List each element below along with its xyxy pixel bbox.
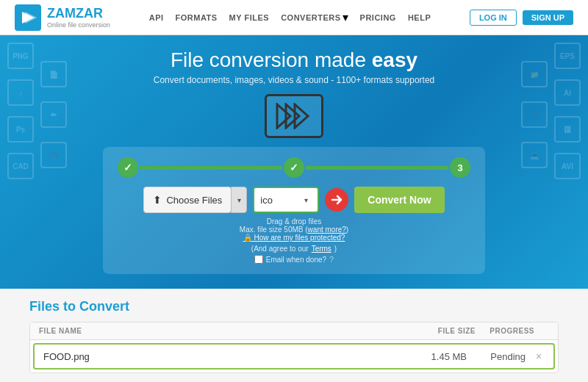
nav-converters[interactable]: CONVERTERS ▾	[281, 10, 348, 24]
format-dropdown-icon[interactable]: ▾	[304, 196, 308, 204]
file-protection-link[interactable]: 🔒 How are my files protected?	[243, 234, 345, 242]
hero-title-emphasis: easy	[372, 48, 417, 71]
terms-prefix: (And agree to our	[251, 245, 309, 253]
logo-text: ZAMZAR Online file conversion	[47, 6, 110, 29]
max-file-text: Max. file size 50MB (	[240, 226, 308, 234]
step-2-circle	[284, 157, 304, 178]
hero-title-plain: File conversion made	[171, 48, 372, 71]
svg-marker-4	[295, 104, 308, 128]
login-button[interactable]: LOG IN	[470, 10, 517, 26]
nav-converters-link[interactable]: CONVERTERS	[281, 13, 340, 22]
hero-video-area	[15, 94, 573, 138]
file-progress-cell: Pending	[467, 351, 526, 362]
email-checkbox[interactable]	[254, 255, 263, 264]
hero-content: File conversion made easy Convert docume…	[15, 48, 573, 274]
auth-buttons: LOG IN SIGN UP	[470, 10, 573, 26]
col-progress-header: PROGRESS	[476, 327, 534, 335]
choose-files-button[interactable]: ⬆ Choose Files	[143, 187, 232, 213]
steps-bar: 3	[118, 157, 470, 178]
files-title-emphasis: Convert	[79, 299, 129, 314]
email-when-done-label: Email when done?	[266, 256, 326, 264]
format-select-wrap: ▾	[253, 187, 319, 213]
hero-section: PNG ♪ Ps CAD 📄 ✏ 🎮 EPS Ai 🖼 AVI 📁 🎵 💻 Fi…	[0, 35, 588, 289]
nav-formats[interactable]: FORMATS	[176, 13, 218, 22]
terms-suffix: )	[334, 245, 337, 253]
choose-files-label: Choose Files	[166, 195, 222, 206]
remove-file-button[interactable]: ×	[533, 350, 545, 362]
file-name-cell: FOOD.png	[43, 351, 408, 362]
step-3-num: 3	[457, 162, 462, 173]
terms-link[interactable]: Terms	[312, 245, 331, 253]
want-more-link[interactable]: want more?	[308, 226, 346, 234]
helper-text-area: Drag & drop files Max. file size 50MB (w…	[118, 217, 470, 242]
step-1-circle	[118, 157, 138, 178]
files-title-plain: Files to	[29, 299, 79, 314]
controls-row: ⬆ Choose Files ▾ ▾ Convert Now	[118, 187, 470, 213]
logo-sub: Online file conversion	[47, 21, 110, 29]
nav-pricing[interactable]: PRICING	[360, 13, 396, 22]
files-section: Files to Convert FILE NAME FILE SIZE PRO…	[0, 289, 588, 382]
header: ZAMZAR Online file conversion API FORMAT…	[0, 0, 588, 35]
nav-api[interactable]: API	[149, 13, 164, 22]
files-table-header: FILE NAME FILE SIZE PROGRESS	[30, 322, 558, 340]
video-play-icon[interactable]	[265, 94, 323, 138]
logo-icon	[15, 4, 41, 31]
step-2-3-line	[306, 166, 448, 170]
choose-files-dropdown[interactable]: ▾	[231, 187, 247, 213]
convert-now-button[interactable]: Convert Now	[354, 187, 444, 213]
main-nav: API FORMATS MY FILES CONVERTERS ▾ PRICIN…	[149, 10, 431, 24]
hero-subtitle: Convert documents, images, videos & soun…	[15, 75, 573, 85]
email-row: Email when done? ?	[118, 255, 470, 264]
steps-container: 3 ⬆ Choose Files ▾ ▾	[103, 147, 485, 274]
drag-drop-text: Drag & drop files Max. file size 50MB (w…	[118, 217, 470, 234]
logo-title: ZAMZAR	[47, 6, 110, 21]
nav-myfiles[interactable]: MY FILES	[229, 13, 270, 22]
logo-area: ZAMZAR Online file conversion	[15, 4, 110, 31]
col-filesize-header: FILE SIZE	[417, 327, 476, 335]
arrow-button	[325, 188, 348, 212]
table-row: FOOD.png 1.45 MB Pending ×	[33, 343, 555, 370]
upload-icon: ⬆	[153, 194, 162, 206]
step-2-check	[290, 162, 298, 173]
format-input[interactable]	[260, 195, 304, 206]
file-size-cell: 1.45 MB	[408, 351, 467, 362]
step-3-circle: 3	[450, 157, 470, 178]
nav-help[interactable]: HELP	[408, 13, 431, 22]
files-table: FILE NAME FILE SIZE PROGRESS FOOD.png 1.…	[29, 322, 559, 373]
signup-button[interactable]: SIGN UP	[523, 10, 573, 25]
step-1-check	[123, 162, 132, 173]
files-section-title: Files to Convert	[29, 299, 559, 314]
email-help-icon: ?	[329, 255, 334, 264]
converters-arrow-icon: ▾	[343, 10, 348, 24]
col-filename-header: FILE NAME	[39, 327, 417, 335]
step-1-2-line	[140, 166, 282, 170]
terms-row: (And agree to our Terms )	[118, 245, 470, 253]
svg-marker-1	[25, 12, 37, 24]
hero-title: File conversion made easy	[15, 48, 573, 72]
